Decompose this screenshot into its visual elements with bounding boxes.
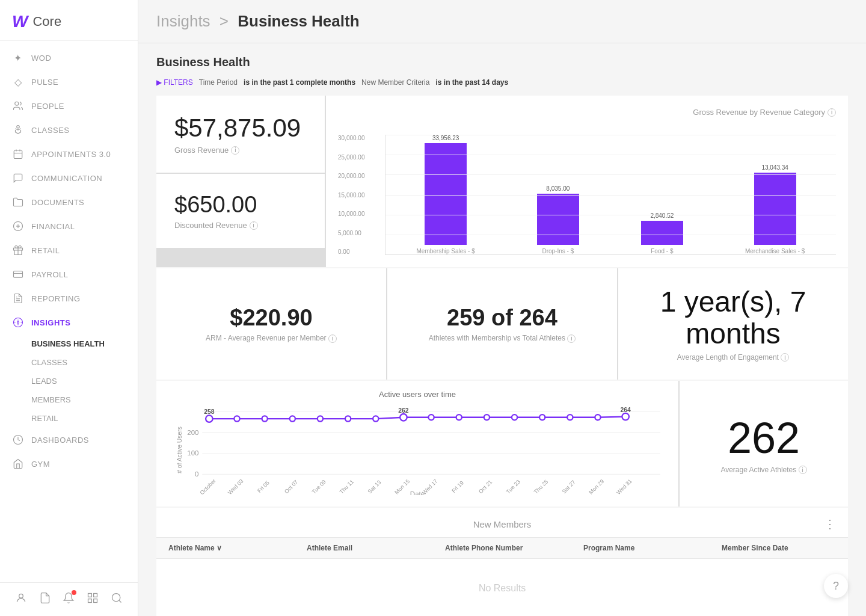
avg-active-card: 262 Average Active Athletes i: [680, 381, 848, 507]
athletes-value: 259 of 264: [447, 305, 557, 331]
reporting-icon: [12, 292, 24, 304]
col-athlete-phone[interactable]: Athlete Phone Number: [433, 538, 571, 558]
svg-point-35: [345, 416, 351, 422]
avg-active-label: Average Active Athletes i: [720, 466, 806, 475]
logo[interactable]: W Core: [0, 0, 138, 41]
financial-icon: [12, 220, 24, 232]
breadcrumb-current: Business Health: [238, 12, 359, 30]
gross-revenue-card: $57,875.09 Gross Revenue i: [156, 96, 325, 173]
filter1-value: is in the past 1 complete months: [244, 78, 355, 87]
filter1-prefix: Time Period: [199, 78, 238, 87]
col-program-name[interactable]: Program Name: [571, 538, 710, 558]
svg-text:Sat 27: Sat 27: [561, 479, 577, 494]
help-button[interactable]: ?: [824, 574, 848, 598]
bar-2: [641, 221, 683, 245]
svg-point-45: [622, 413, 629, 420]
svg-rect-19: [94, 599, 97, 603]
svg-point-1: [17, 126, 20, 129]
y-label-6: 30,000.00: [338, 135, 380, 141]
gross-revenue-info[interactable]: i: [231, 146, 239, 155]
svg-point-37: [400, 414, 407, 421]
avg-active-value: 262: [728, 413, 800, 463]
svg-text:262: 262: [398, 407, 409, 414]
sidebar-item-retail-label: RETAIL: [31, 246, 60, 255]
profile-icon[interactable]: [15, 592, 27, 607]
document-icon[interactable]: [39, 592, 51, 607]
sidebar-item-payroll-label: PAYROLL: [31, 270, 69, 279]
sidebar-item-classes[interactable]: CLASSES: [0, 118, 138, 142]
sidebar-item-communication[interactable]: COMMUNICATION: [0, 166, 138, 190]
appointments-icon: [12, 148, 24, 160]
filter2-prefix: New Member Criteria: [361, 78, 429, 87]
people-icon: [12, 100, 24, 112]
grid-icon[interactable]: [87, 592, 99, 607]
logo-name: Core: [32, 14, 61, 29]
svg-point-13: [17, 322, 19, 324]
sidebar-item-insights[interactable]: INSIGHTS: [0, 310, 138, 334]
filters-bar: ▶ FILTERS Time Period is in the past 1 c…: [156, 78, 848, 87]
svg-text:Tue 09: Tue 09: [311, 479, 327, 495]
sidebar-item-pulse-label: PULSE: [31, 78, 58, 87]
sidebar-item-wod[interactable]: ✦ WOD: [0, 46, 138, 70]
notification-icon[interactable]: [63, 592, 75, 607]
sidebar-item-reporting-label: REPORTING: [31, 294, 81, 303]
sidebar-item-dashboards-label: DASHBOARDS: [31, 436, 89, 445]
discounted-revenue-info[interactable]: i: [250, 221, 258, 230]
table-more-button[interactable]: ⋮: [824, 517, 836, 531]
avg-active-info[interactable]: i: [799, 466, 807, 474]
engagement-value: 1 year(s), 7 months: [636, 286, 830, 350]
sidebar-item-people-label: PEOPLE: [31, 102, 64, 111]
sub-business-health[interactable]: BUSINESS HEALTH: [31, 334, 138, 353]
svg-text:100: 100: [187, 449, 198, 457]
bar-value-1: 8,035.00: [546, 185, 570, 192]
insights-submenu: BUSINESS HEALTH CLASSES LEADS MEMBERS RE…: [0, 334, 138, 428]
sidebar-item-dashboards[interactable]: DASHBOARDS: [0, 428, 138, 452]
breadcrumb-insights[interactable]: Insights: [156, 12, 210, 30]
sub-leads[interactable]: LEADS: [31, 372, 138, 390]
filters-toggle[interactable]: ▶ FILTERS: [156, 78, 193, 87]
sub-retail[interactable]: RETAIL: [31, 409, 138, 428]
search-icon[interactable]: [111, 592, 123, 607]
sidebar-item-payroll[interactable]: PAYROLL: [0, 262, 138, 286]
breadcrumb-arrow: >: [220, 12, 229, 30]
sub-classes[interactable]: CLASSES: [31, 353, 138, 372]
engagement-card: 1 year(s), 7 months Average Length of En…: [618, 268, 848, 380]
sidebar-item-documents[interactable]: DOCUMENTS: [0, 190, 138, 214]
col-athlete-name[interactable]: Athlete Name ∨: [156, 538, 295, 558]
sub-members[interactable]: MEMBERS: [31, 390, 138, 409]
svg-rect-17: [94, 594, 97, 597]
sidebar-item-financial-label: FINANCIAL: [31, 222, 75, 231]
col-athlete-email[interactable]: Athlete Email: [295, 538, 433, 558]
sidebar-item-communication-label: COMMUNICATION: [31, 174, 102, 183]
sidebar-item-appointments[interactable]: APPOINTMENTS 3.0: [0, 142, 138, 166]
svg-text:200: 200: [187, 429, 198, 436]
y-label-1: 5,000.00: [338, 230, 380, 236]
discounted-revenue-card: $650.00 Discounted Revenue i: [156, 174, 325, 248]
sidebar-item-reporting[interactable]: REPORTING: [0, 286, 138, 310]
bar-label-0: Membership Sales - $: [417, 248, 475, 254]
athletes-info[interactable]: i: [567, 334, 576, 343]
sidebar-item-financial[interactable]: FINANCIAL: [0, 214, 138, 238]
sidebar-item-gym[interactable]: GYM: [0, 452, 138, 476]
sidebar-item-people[interactable]: PEOPLE: [0, 94, 138, 118]
athletes-label: Athletes with Membership vs Total Athlet…: [429, 334, 576, 343]
sidebar: W Core ✦ WOD ◇ PULSE PEOPLE CLASSES: [0, 0, 138, 616]
engagement-info[interactable]: i: [781, 353, 789, 362]
svg-point-31: [234, 416, 239, 422]
svg-text:Mon 29: Mon 29: [588, 478, 605, 495]
arm-info[interactable]: i: [328, 334, 337, 343]
breadcrumb: Insights > Business Health: [156, 12, 848, 31]
sidebar-item-retail[interactable]: RETAIL: [0, 238, 138, 262]
y-label-2: 10,000.00: [338, 211, 380, 217]
line-chart-title: Active users over time: [165, 390, 669, 399]
svg-text:0: 0: [195, 470, 198, 478]
athletes-card: 259 of 264 Athletes with Membership vs T…: [387, 268, 617, 380]
sidebar-item-documents-label: DOCUMENTS: [31, 198, 84, 207]
line-chart-svg: 200 100 0 # of Active Users: [165, 405, 669, 495]
col-member-since[interactable]: Member Since Date: [710, 538, 848, 558]
svg-text:October: October: [199, 478, 217, 495]
y-label-5: 25,000.00: [338, 154, 380, 161]
sidebar-nav: ✦ WOD ◇ PULSE PEOPLE CLASSES APPOINTMENT…: [0, 41, 138, 582]
bar-chart-info[interactable]: i: [828, 108, 836, 117]
sidebar-item-pulse[interactable]: ◇ PULSE: [0, 70, 138, 94]
